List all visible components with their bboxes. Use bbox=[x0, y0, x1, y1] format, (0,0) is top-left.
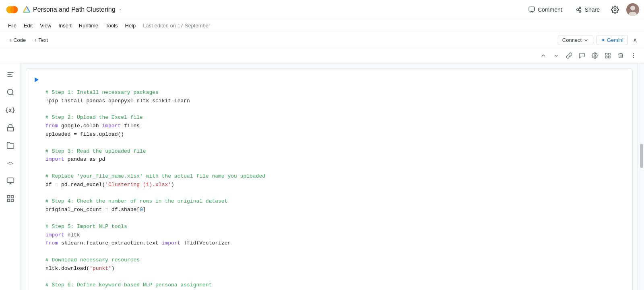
menu-edit[interactable]: Edit bbox=[21, 21, 36, 30]
code-cell[interactable]: # Step 1: Install necessary packages !pi… bbox=[26, 68, 633, 290]
svg-rect-33 bbox=[7, 178, 14, 183]
trash-icon bbox=[617, 52, 624, 59]
svg-line-15 bbox=[578, 10, 579, 11]
gemini-button[interactable]: ✦ Gemini bbox=[597, 35, 628, 45]
link-icon bbox=[566, 52, 572, 59]
svg-point-11 bbox=[576, 8, 578, 10]
arrow-down-icon bbox=[553, 52, 559, 59]
svg-point-17 bbox=[630, 6, 635, 10]
more-vertical-icon bbox=[630, 52, 637, 59]
scrollbar-thumb[interactable] bbox=[640, 144, 643, 168]
svg-rect-32 bbox=[7, 127, 13, 131]
sidebar-variables-icon[interactable]: {x} bbox=[2, 102, 19, 118]
svg-rect-37 bbox=[11, 196, 13, 198]
settings-button[interactable] bbox=[609, 3, 621, 16]
share-button[interactable]: Share bbox=[571, 4, 604, 16]
collapse-button[interactable]: ∧ bbox=[631, 35, 639, 46]
svg-rect-39 bbox=[11, 199, 13, 202]
menu-tools[interactable]: Tools bbox=[102, 21, 121, 30]
svg-rect-8 bbox=[529, 7, 535, 11]
comment-icon bbox=[528, 6, 535, 13]
svg-rect-21 bbox=[608, 53, 610, 55]
cell-settings-button[interactable] bbox=[589, 50, 601, 61]
svg-point-2 bbox=[10, 6, 14, 13]
svg-point-24 bbox=[633, 54, 634, 54]
play-icon bbox=[33, 77, 40, 83]
user-avatar[interactable] bbox=[626, 3, 639, 16]
chevron-down-icon bbox=[583, 37, 589, 43]
svg-point-16 bbox=[614, 8, 616, 10]
menu-view[interactable]: View bbox=[37, 21, 54, 30]
svg-rect-38 bbox=[7, 199, 10, 202]
cell-action-bar bbox=[0, 48, 644, 63]
notebook-title: Persona and Path Clustering bbox=[33, 6, 116, 13]
sidebar-search-icon[interactable] bbox=[2, 84, 19, 100]
cell-header bbox=[26, 68, 632, 85]
svg-marker-4 bbox=[23, 6, 30, 12]
menu-file[interactable]: File bbox=[5, 21, 20, 30]
comment-cell-button[interactable] bbox=[576, 50, 588, 61]
arrow-up-icon bbox=[540, 52, 547, 59]
run-cell-button[interactable] bbox=[31, 74, 42, 85]
svg-line-31 bbox=[12, 94, 13, 95]
sidebar-grid-icon[interactable] bbox=[2, 191, 19, 207]
drive-icon bbox=[23, 6, 31, 14]
svg-point-19 bbox=[594, 55, 596, 56]
toolbar: + Code + Text Connect ✦ Gemini ∧ bbox=[0, 32, 644, 48]
top-right-actions: Comment Share bbox=[524, 3, 639, 16]
mirror-icon bbox=[605, 52, 611, 59]
toolbar-right: Connect ✦ Gemini ∧ bbox=[558, 35, 639, 46]
menu-runtime[interactable]: Runtime bbox=[76, 21, 101, 30]
connect-button[interactable]: Connect bbox=[558, 35, 593, 45]
add-text-button[interactable]: + Text bbox=[30, 35, 52, 45]
sidebar-code-snippets-icon[interactable]: <> bbox=[2, 155, 19, 171]
title-dot: · bbox=[120, 6, 121, 13]
topbar: Persona and Path Clustering · Comment Sh… bbox=[0, 0, 644, 19]
cell-settings-icon bbox=[592, 52, 598, 59]
sidebar-terminal-icon[interactable] bbox=[2, 173, 19, 189]
share-icon bbox=[575, 6, 582, 13]
delete-cell-button[interactable] bbox=[615, 50, 626, 61]
code-editor-area[interactable]: # Step 1: Install necessary packages !pi… bbox=[21, 63, 638, 290]
mirror-button[interactable] bbox=[602, 50, 613, 61]
code-content[interactable]: # Step 1: Install necessary packages !pi… bbox=[26, 85, 632, 290]
main-content: {x} <> # Step 1: Install necessary packa… bbox=[0, 63, 644, 290]
move-up-button[interactable] bbox=[538, 50, 549, 61]
more-options-button[interactable] bbox=[628, 50, 639, 61]
menu-help[interactable]: Help bbox=[122, 21, 139, 30]
sidebar-toc-icon[interactable] bbox=[2, 66, 19, 83]
svg-rect-20 bbox=[605, 53, 607, 55]
svg-point-26 bbox=[633, 57, 634, 58]
svg-point-30 bbox=[7, 89, 12, 95]
add-code-button[interactable]: + Code bbox=[5, 35, 30, 45]
svg-point-18 bbox=[629, 12, 637, 16]
sidebar-files-icon[interactable] bbox=[2, 137, 19, 153]
link-button[interactable] bbox=[564, 50, 575, 61]
svg-marker-40 bbox=[35, 77, 38, 82]
sidebar-secrets-icon[interactable] bbox=[2, 120, 19, 136]
svg-rect-36 bbox=[7, 196, 10, 198]
last-edited-text: Last edited on 17 September bbox=[143, 23, 210, 29]
settings-icon bbox=[611, 6, 619, 14]
move-down-button[interactable] bbox=[551, 50, 562, 61]
svg-line-14 bbox=[578, 8, 579, 9]
comment-button[interactable]: Comment bbox=[524, 4, 566, 16]
scrollbar-panel bbox=[638, 63, 644, 290]
svg-point-13 bbox=[579, 10, 581, 12]
avatar-image bbox=[626, 3, 639, 16]
menu-bar: File Edit View Insert Runtime Tools Help… bbox=[0, 19, 644, 32]
svg-rect-22 bbox=[605, 56, 607, 58]
svg-rect-23 bbox=[608, 56, 610, 58]
svg-point-12 bbox=[579, 7, 581, 9]
comment-cell-icon bbox=[579, 52, 585, 59]
menu-insert[interactable]: Insert bbox=[55, 21, 75, 30]
left-sidebar: {x} <> bbox=[0, 63, 21, 290]
svg-point-25 bbox=[633, 55, 634, 56]
colab-logo[interactable] bbox=[5, 2, 19, 17]
